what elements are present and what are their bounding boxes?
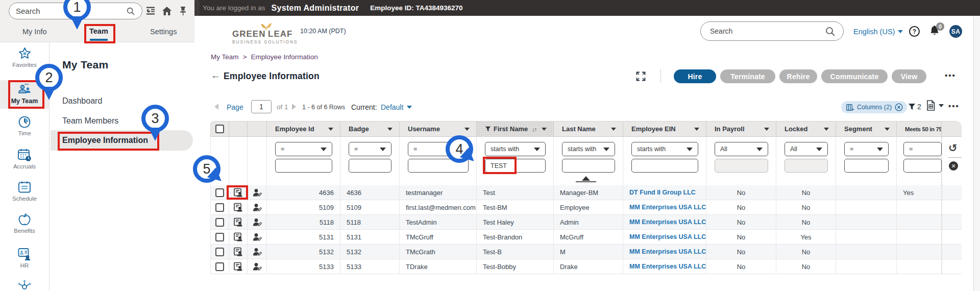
column-header-username[interactable]: Username <box>400 121 477 137</box>
cell-employee-ein[interactable]: MM Enterprises USA LLC <box>623 200 706 215</box>
column-menu-icon[interactable] <box>611 128 616 131</box>
export-control[interactable] <box>926 100 944 111</box>
cell-employee-ein[interactable]: MM Enterprises USA LLC <box>623 245 706 259</box>
sidebar-item-accruals[interactable]: Accruals <box>0 148 49 169</box>
filter-input-in-payroll[interactable] <box>715 159 768 173</box>
filter-input-employee-id[interactable] <box>275 159 332 173</box>
filter-operator-last-name[interactable]: starts with <box>562 142 615 156</box>
column-header-segment[interactable]: Segment <box>836 121 897 137</box>
column-header-meets-50-in-75[interactable]: Meets 50 in 75 <box>897 121 942 137</box>
filter-operator-badge[interactable]: = <box>349 142 391 156</box>
filter-input-locked[interactable] <box>785 159 828 173</box>
rehire-button[interactable]: Rehire <box>779 69 817 83</box>
filter-operator-employee-ein[interactable]: starts with <box>631 142 698 156</box>
columns-chip[interactable]: Columns (2) <box>841 101 907 113</box>
cell-employee-ein[interactable]: MM Enterprises USA LLC <box>623 230 706 245</box>
filter-operator-first-name[interactable]: starts with <box>485 142 546 156</box>
filter-input-last-name[interactable] <box>562 159 615 173</box>
column-menu-icon[interactable] <box>824 128 829 131</box>
communicate-button[interactable]: Communicate <box>821 69 888 83</box>
column-header-last-name[interactable]: Last Name <box>554 121 623 137</box>
filter-control[interactable]: 2 <box>908 103 921 111</box>
reset-filters-icon[interactable]: ↺ <box>948 142 958 154</box>
breadcrumb-employee-information[interactable]: Employee Information <box>251 53 317 61</box>
tab-settings[interactable]: Settings <box>150 28 177 36</box>
employee-record-icon[interactable] <box>233 232 243 242</box>
person-edit-icon[interactable] <box>252 262 262 272</box>
column-header-in-payroll[interactable]: In Payroll <box>706 121 776 137</box>
cell-employee-ein[interactable]: DT Fund II Group LLC <box>623 185 706 200</box>
current-view-selector[interactable]: Default <box>381 103 412 111</box>
filter-operator-locked[interactable]: All <box>785 142 828 156</box>
sidebar-item-more[interactable] <box>0 280 49 291</box>
column-header-first-name[interactable]: First Name↓↑ <box>477 121 554 137</box>
sidebar-item-benefits[interactable]: Benefits <box>0 212 49 234</box>
menu-item-dashboard[interactable]: Dashboard <box>62 96 102 106</box>
person-edit-icon[interactable] <box>252 232 262 242</box>
person-edit-icon[interactable] <box>252 247 262 257</box>
view-button[interactable]: View <box>892 69 926 83</box>
column-header-employee-ein[interactable]: Employee EIN <box>623 121 706 137</box>
column-menu-icon[interactable] <box>694 128 699 131</box>
more-actions-button[interactable]: ••• <box>945 71 956 80</box>
tab-my-info[interactable]: My Info <box>22 28 47 36</box>
back-arrow-icon[interactable]: ← <box>211 70 220 81</box>
person-edit-icon[interactable] <box>252 217 262 227</box>
pin-icon[interactable] <box>179 6 187 16</box>
filter-input-segment[interactable] <box>844 159 889 173</box>
checkbox[interactable] <box>215 125 224 133</box>
expand-fullscreen-icon[interactable] <box>635 71 646 82</box>
sidebar-item-favorites[interactable]: Favorites <box>0 47 49 68</box>
filter-input-employee-ein[interactable] <box>631 159 698 173</box>
filter-operator-segment[interactable]: = <box>844 142 889 156</box>
page-number-input[interactable]: 1 <box>251 100 272 113</box>
previous-page-icon[interactable] <box>214 104 218 110</box>
checkbox[interactable] <box>215 248 224 256</box>
column-menu-icon[interactable] <box>464 128 470 131</box>
employee-record-icon[interactable] <box>233 262 243 272</box>
sidebar-item-hr[interactable]: HR <box>0 247 49 269</box>
person-edit-icon[interactable] <box>252 203 262 212</box>
filter-operator-meets-50-in-75[interactable]: = <box>903 142 942 156</box>
avatar[interactable]: SA <box>949 25 962 38</box>
clear-filters-icon[interactable]: ✕ <box>949 161 958 171</box>
checkbox[interactable] <box>215 262 224 271</box>
filter-input-badge[interactable] <box>349 159 391 173</box>
sidebar-item-time[interactable]: Time <box>0 115 49 136</box>
filter-operator-employee-id[interactable]: = <box>275 142 332 156</box>
more-grid-options-button[interactable]: ••• <box>948 102 960 110</box>
checkbox[interactable] <box>215 203 224 212</box>
sidebar-item-schedule[interactable]: Schedule <box>0 181 49 202</box>
person-edit-icon[interactable] <box>252 188 262 198</box>
column-menu-icon[interactable] <box>542 128 547 131</box>
page-scrollbar[interactable] <box>973 16 980 291</box>
menu-item-team-members[interactable]: Team Members <box>62 116 118 126</box>
employee-record-icon[interactable] <box>233 247 243 257</box>
employee-record-icon[interactable] <box>233 217 243 227</box>
breadcrumb-my-team[interactable]: My Team <box>211 53 239 61</box>
select-all-checkbox[interactable] <box>210 121 229 137</box>
column-menu-icon[interactable] <box>387 128 393 131</box>
cell-employee-ein[interactable]: MM Enterprises USA LLC <box>623 215 706 230</box>
hire-button[interactable]: Hire <box>674 69 716 83</box>
collapse-filter-row-button[interactable] <box>576 176 596 182</box>
column-header-employee-id[interactable]: Employee Id <box>267 121 340 137</box>
global-search-input[interactable]: Search <box>700 21 844 41</box>
checkbox[interactable] <box>215 218 224 227</box>
home-icon[interactable] <box>162 6 172 16</box>
next-page-icon[interactable] <box>292 104 296 110</box>
clear-columns-icon[interactable] <box>895 103 903 111</box>
filter-input-meets-50-in-75[interactable] <box>903 159 942 173</box>
column-menu-icon[interactable] <box>328 128 333 131</box>
language-selector[interactable]: English (US) <box>853 28 903 36</box>
column-menu-icon[interactable] <box>764 128 769 131</box>
column-menu-icon[interactable] <box>885 128 890 131</box>
checkbox[interactable] <box>215 233 224 241</box>
column-header-badge[interactable]: Badge <box>340 121 400 137</box>
cell-employee-ein[interactable]: MM Enterprises USA LLC <box>623 259 706 274</box>
activity-feed-icon[interactable] <box>146 6 155 15</box>
help-button[interactable]: ? <box>909 26 920 37</box>
filter-operator-in-payroll[interactable]: All <box>715 142 768 156</box>
checkbox[interactable] <box>215 188 224 197</box>
employee-record-icon[interactable] <box>233 203 243 212</box>
